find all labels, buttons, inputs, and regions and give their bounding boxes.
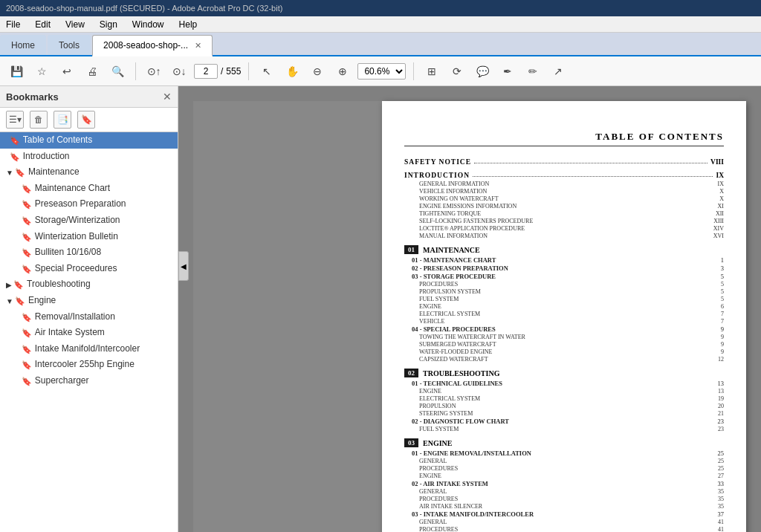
cursor-tool[interactable]: ↖ bbox=[256, 61, 277, 82]
bm-intercooler-255[interactable]: 🔖 Intercooler 255hp Engine bbox=[12, 357, 178, 373]
bm-supercharger-label: Supercharger bbox=[35, 375, 175, 387]
view-options-button[interactable]: ⊞ bbox=[421, 61, 442, 82]
bm-maintenance-label: Maintenance bbox=[28, 166, 175, 178]
toc-engine: 03 ENGINE 01 - ENGINE REMOVAL/INSTALLATI… bbox=[404, 438, 724, 532]
tab-tools[interactable]: Tools bbox=[48, 35, 91, 55]
zoom-select[interactable]: 60.6% bbox=[357, 63, 406, 80]
bm-delete-button[interactable]: 🗑 bbox=[30, 111, 48, 129]
chapter-title: TROUBLESHOOTING bbox=[423, 369, 499, 377]
bm-expand-button[interactable]: 📑 bbox=[54, 111, 71, 129]
chapter-num: 02 bbox=[404, 369, 418, 377]
next-page-button[interactable]: ⊙↓ bbox=[169, 61, 190, 82]
menu-help[interactable]: Help bbox=[176, 18, 201, 31]
menu-window[interactable]: Window bbox=[129, 18, 167, 31]
toc-heading: TABLE OF CONTENTS bbox=[404, 131, 724, 146]
bm-special-procedures[interactable]: 🔖 Special Proceedures bbox=[12, 261, 178, 277]
toc-dots bbox=[474, 156, 707, 163]
pen-button[interactable]: ✒ bbox=[497, 61, 518, 82]
tab-document[interactable]: 2008-seadoo-shop-... ✕ bbox=[92, 35, 213, 56]
bm-removal-installation[interactable]: 🔖 Removal/Installation bbox=[12, 309, 178, 325]
bm-table-of-contents[interactable]: 🔖 Table of Contents bbox=[0, 132, 178, 149]
save-button[interactable]: 💾 bbox=[6, 61, 27, 82]
bm-removal-label: Removal/Installation bbox=[35, 311, 175, 323]
bm-options-button[interactable]: ☰▾ bbox=[6, 111, 24, 129]
title-bar-text: 2008-seadoo-shop-manual.pdf (SECURED) - … bbox=[6, 4, 282, 13]
page-number-input[interactable] bbox=[194, 64, 218, 79]
bm-expand-icon bbox=[6, 152, 8, 162]
bookmark-icon: 🔖 bbox=[22, 312, 32, 322]
back-button[interactable]: ↩ bbox=[56, 61, 77, 82]
share-button[interactable]: ↗ bbox=[548, 61, 569, 82]
menu-file[interactable]: File bbox=[3, 18, 23, 31]
bm-maintenance-chart[interactable]: 🔖 Maintenance Chart bbox=[12, 181, 178, 197]
bm-air-intake[interactable]: 🔖 Air Intake System bbox=[12, 325, 178, 341]
bookmark-icon: 🔖 bbox=[22, 215, 32, 226]
bookmark-icon: 🔖 bbox=[22, 247, 32, 258]
tab-home[interactable]: Home bbox=[0, 35, 46, 55]
bookmark-button[interactable]: ☆ bbox=[31, 61, 52, 82]
find-button[interactable]: 🔍 bbox=[107, 61, 128, 82]
bookmark-icon: 🔖 bbox=[10, 135, 20, 146]
bm-troubleshooting[interactable]: ▶ 🔖 Troubleshooting bbox=[0, 276, 178, 293]
bm-expand-icon bbox=[18, 248, 20, 258]
bm-expand-icon bbox=[6, 136, 8, 146]
bm-expand-icon bbox=[18, 216, 20, 226]
zoom-out-button[interactable]: ⊖ bbox=[307, 61, 328, 82]
menu-view[interactable]: View bbox=[62, 18, 88, 31]
bm-expand-icon bbox=[18, 200, 20, 210]
comment-button[interactable]: 💬 bbox=[472, 61, 493, 82]
bm-preseason-prep[interactable]: 🔖 Preseason Preparation bbox=[12, 196, 178, 213]
bm-special-proc-label: Special Proceedures bbox=[35, 263, 175, 275]
bm-expand-icon bbox=[18, 345, 20, 354]
bookmarks-header: Bookmarks ✕ bbox=[0, 86, 178, 108]
bm-preseason-label: Preseason Preparation bbox=[35, 198, 175, 210]
pan-tool[interactable]: ✋ bbox=[282, 61, 302, 82]
bm-maintenance[interactable]: ▼ 🔖 Maintenance bbox=[0, 164, 178, 181]
separator-3 bbox=[413, 62, 414, 80]
bm-winterization-bulletin[interactable]: 🔖 Winterization Bulletin bbox=[12, 229, 178, 245]
rotate-button[interactable]: ⟳ bbox=[447, 61, 467, 82]
bm-intake-manifold[interactable]: 🔖 Intake Manifold/Intercooler bbox=[12, 341, 178, 357]
bm-expand-engine-icon[interactable]: ▼ bbox=[6, 296, 13, 306]
chapter-title: ENGINE bbox=[423, 439, 452, 447]
bm-supercharger[interactable]: 🔖 Supercharger bbox=[12, 373, 178, 389]
main-content: Bookmarks ✕ ☰▾ 🗑 📑 🔖 🔖 Table of Contents… bbox=[0, 86, 761, 532]
bookmark-icon: 🔖 bbox=[15, 167, 25, 178]
panel-collapse-arrow[interactable]: ◀ bbox=[178, 251, 189, 281]
menu-sign[interactable]: Sign bbox=[97, 18, 120, 31]
zoom-in-button[interactable]: ⊕ bbox=[332, 61, 353, 82]
chapter-num: 01 bbox=[404, 245, 418, 254]
menu-edit[interactable]: Edit bbox=[32, 18, 54, 31]
bm-bulletin[interactable]: 🔖 Bulliten 10/16/08 bbox=[12, 244, 178, 261]
separator-1 bbox=[135, 62, 136, 80]
bm-troubleshooting-label: Troubleshooting bbox=[27, 279, 175, 291]
separator-2 bbox=[248, 62, 249, 80]
bm-tag-button[interactable]: 🔖 bbox=[77, 111, 95, 129]
bm-maintenance-children: 🔖 Maintenance Chart 🔖 Preseason Preparat… bbox=[0, 181, 178, 277]
bm-expand-troubleshooting-icon[interactable]: ▶ bbox=[6, 280, 12, 290]
bookmark-icon: 🔖 bbox=[22, 360, 32, 370]
bm-engine[interactable]: ▼ 🔖 Engine bbox=[0, 293, 178, 309]
highlight-button[interactable]: ✏ bbox=[522, 61, 543, 82]
bookmark-icon: 🔖 bbox=[13, 279, 24, 290]
tab-close-icon[interactable]: ✕ bbox=[195, 41, 201, 50]
pdf-view-area[interactable]: TABLE OF CONTENTS SAFETY NOTICE VIII INT… bbox=[178, 86, 761, 532]
bookmarks-panel: Bookmarks ✕ ☰▾ 🗑 📑 🔖 🔖 Table of Contents… bbox=[0, 86, 178, 532]
toc-intro-page: IX bbox=[716, 172, 724, 179]
toc-safety-page: VIII bbox=[710, 158, 724, 166]
bookmarks-close-button[interactable]: ✕ bbox=[163, 91, 172, 103]
pdf-page: TABLE OF CONTENTS SAFETY NOTICE VIII INT… bbox=[382, 101, 746, 532]
toc-dots bbox=[473, 169, 713, 177]
bm-intake-manifold-label: Intake Manifold/Intercooler bbox=[35, 343, 175, 355]
bm-introduction[interactable]: 🔖 Introduction bbox=[0, 149, 178, 165]
toc-intro-title: INTRODUCTION bbox=[404, 172, 470, 179]
prev-page-button[interactable]: ⊙↑ bbox=[143, 61, 164, 82]
bm-storage-label: Storage/Winterization bbox=[35, 215, 175, 227]
page-total: 555 bbox=[226, 66, 241, 77]
bm-expand-maintenance-icon[interactable]: ▼ bbox=[6, 168, 13, 178]
bm-storage-winterization[interactable]: 🔖 Storage/Winterization bbox=[12, 213, 178, 229]
print-button[interactable]: 🖨 bbox=[82, 61, 103, 82]
bookmark-icon: 🔖 bbox=[10, 152, 20, 162]
title-bar: 2008-seadoo-shop-manual.pdf (SECURED) - … bbox=[0, 0, 761, 16]
bm-winterization-label: Winterization Bulletin bbox=[35, 231, 175, 243]
